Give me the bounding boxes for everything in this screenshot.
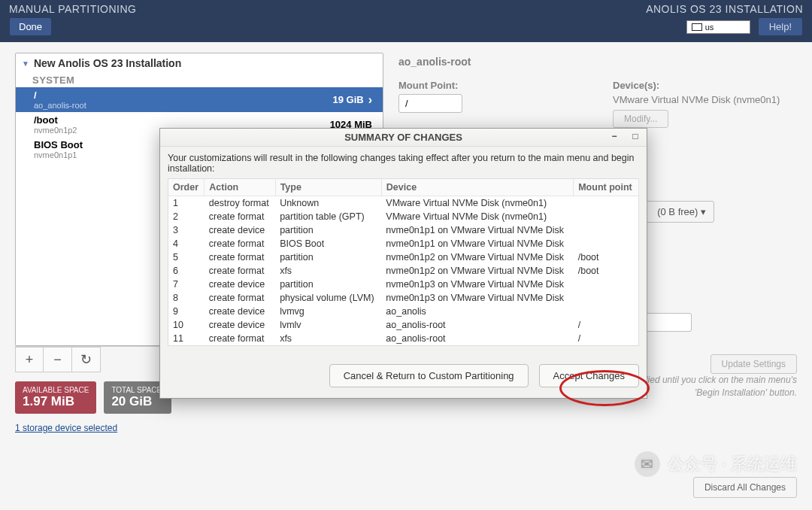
cell-action: create format [205, 332, 275, 346]
cell-order: 2 [168, 210, 205, 223]
wechat-icon: ✉ [635, 451, 660, 477]
table-row[interactable]: 7create devicepartitionnvme0n1p3 on VMwa… [168, 278, 639, 291]
table-row[interactable]: 2create formatpartition table (GPT)VMwar… [168, 210, 639, 223]
tree-root-label: New Anolis OS 23 Installation [34, 57, 181, 69]
mountpoint-path: BIOS Boot [34, 139, 83, 150]
cell-action: create format [205, 264, 275, 278]
mount-point-input[interactable] [398, 94, 462, 113]
cell-mount [574, 223, 639, 237]
cell-action: create format [205, 250, 275, 264]
cell-device: ao_anolis-root [381, 318, 573, 332]
cell-order: 9 [168, 305, 205, 318]
mount-point-label: Mount Point: [398, 80, 583, 91]
mountpoint-device: nvme0n1p1 [34, 150, 83, 159]
table-row[interactable]: 3create devicepartitionnvme0n1p1 on VMwa… [168, 223, 639, 237]
cell-type: xfs [275, 264, 381, 278]
cell-order: 5 [168, 250, 205, 264]
cell-type: partition [275, 278, 381, 291]
chevron-right-icon: › [368, 93, 372, 107]
cell-type: Unknown [275, 196, 381, 211]
col-mount[interactable]: Mount point [574, 179, 639, 196]
caret-down-icon: ▼ [22, 59, 29, 68]
cell-action: create format [205, 237, 275, 250]
col-device[interactable]: Device [381, 179, 573, 196]
dialog-description: Your customizations will result in the f… [168, 153, 639, 174]
cell-device: VMware Virtual NVMe Disk (nvme0n1) [381, 196, 573, 211]
top-bar: MANUAL PARTITIONING Done ANOLIS OS 23 IN… [0, 0, 812, 42]
remove-partition-button[interactable]: − [44, 347, 72, 372]
cell-type: partition [275, 250, 381, 264]
help-button[interactable]: Help! [758, 17, 803, 36]
cell-device: nvme0n1p3 on VMware Virtual NVMe Disk [381, 291, 573, 305]
cell-order: 10 [168, 318, 205, 332]
watermark: ✉ 公众号 · 系统运维 [635, 451, 797, 477]
cell-mount: /boot [574, 264, 639, 278]
cell-mount [574, 278, 639, 291]
table-row[interactable]: 5create formatpartitionnvme0n1p2 on VMwa… [168, 250, 639, 264]
table-row[interactable]: 8create formatphysical volume (LVM)nvme0… [168, 291, 639, 305]
keyboard-indicator[interactable]: us [686, 20, 750, 34]
cell-action: create device [205, 305, 275, 318]
accept-changes-button[interactable]: Accept Changes [539, 364, 639, 387]
devices-field: Device(s): VMware Virtual NVMe Disk (nvm… [613, 80, 797, 128]
cell-action: destroy format [205, 196, 275, 211]
cell-device: nvme0n1p3 on VMware Virtual NVMe Disk [381, 278, 573, 291]
dialog-titlebar[interactable]: SUMMARY OF CHANGES − □ [160, 129, 647, 147]
cell-type: partition table (GPT) [275, 210, 381, 223]
cell-action: create device [205, 278, 275, 291]
cell-order: 11 [168, 332, 205, 346]
mountpoint-device: nvme0n1p2 [34, 126, 77, 135]
installer-title: ANOLIS OS 23 INSTALLATION [646, 3, 803, 15]
table-row[interactable]: 1destroy formatUnknownVMware Virtual NVM… [168, 196, 639, 211]
cell-mount [574, 305, 639, 318]
cell-type: lvmlv [275, 318, 381, 332]
mountpoint-device: ao_anolis-root [34, 101, 86, 110]
dialog-title: SUMMARY OF CHANGES [344, 132, 462, 143]
mount-point-field: Mount Point: [398, 80, 583, 128]
cell-mount [574, 210, 639, 223]
cell-order: 1 [168, 196, 205, 211]
table-row[interactable]: 4create formatBIOS Bootnvme0n1p1 on VMwa… [168, 237, 639, 250]
cell-order: 8 [168, 291, 205, 305]
devices-label: Device(s): [613, 80, 797, 91]
available-space-value: 1.97 MiB [23, 394, 89, 409]
cell-device: VMware Virtual NVMe Disk (nvme0n1) [381, 210, 573, 223]
table-row[interactable]: 10create devicelvmlvao_anolis-root/ [168, 318, 639, 332]
total-space-value: 20 GiB [111, 394, 164, 409]
update-settings-button[interactable]: Update Settings [710, 354, 797, 374]
cell-order: 4 [168, 237, 205, 250]
cell-device: nvme0n1p2 on VMware Virtual NVMe Disk [381, 250, 573, 264]
total-space-label: TOTAL SPACE [111, 386, 164, 394]
minimize-icon[interactable]: − [607, 130, 621, 142]
page-title: MANUAL PARTITIONING [9, 3, 136, 15]
vg-free-label: (0 B free) ▾ [657, 206, 706, 217]
storage-devices-link[interactable]: 1 storage device selected [15, 423, 383, 433]
available-space-box: AVAILABLE SPACE 1.97 MiB [15, 381, 96, 414]
done-button[interactable]: Done [9, 17, 52, 36]
cancel-return-button[interactable]: Cancel & Return to Custom Partitioning [329, 364, 529, 387]
available-space-label: AVAILABLE SPACE [23, 386, 89, 394]
maximize-icon[interactable]: □ [629, 130, 642, 142]
cell-action: create device [205, 318, 275, 332]
cell-type: physical volume (LVM) [275, 291, 381, 305]
table-row[interactable]: 9create devicelvmvgao_anolis [168, 305, 639, 318]
cell-mount [574, 237, 639, 250]
discard-all-changes-button[interactable]: Discard All Changes [693, 477, 797, 498]
tree-root[interactable]: ▼ New Anolis OS 23 Installation [16, 53, 383, 73]
add-partition-button[interactable]: + [15, 347, 44, 372]
col-order[interactable]: Order [168, 179, 205, 196]
volume-name: ao_anolis-root [398, 56, 797, 68]
cell-action: create format [205, 210, 275, 223]
mountpoint-row[interactable]: /ao_anolis-root19 GiB› [16, 87, 383, 112]
col-type[interactable]: Type [275, 179, 381, 196]
cell-device: nvme0n1p2 on VMware Virtual NVMe Disk [381, 264, 573, 278]
table-row[interactable]: 11create formatxfsao_anolis-root/ [168, 332, 639, 346]
cell-device: nvme0n1p1 on VMware Virtual NVMe Disk [381, 223, 573, 237]
mountpoint-size: 19 GiB› [332, 93, 372, 107]
modify-devices-button[interactable]: Modify... [613, 110, 668, 128]
reload-button[interactable]: ↻ [72, 347, 101, 372]
col-action[interactable]: Action [205, 179, 275, 196]
cell-order: 6 [168, 264, 205, 278]
table-row[interactable]: 6create formatxfsnvme0n1p2 on VMware Vir… [168, 264, 639, 278]
cell-mount: /boot [574, 250, 639, 264]
